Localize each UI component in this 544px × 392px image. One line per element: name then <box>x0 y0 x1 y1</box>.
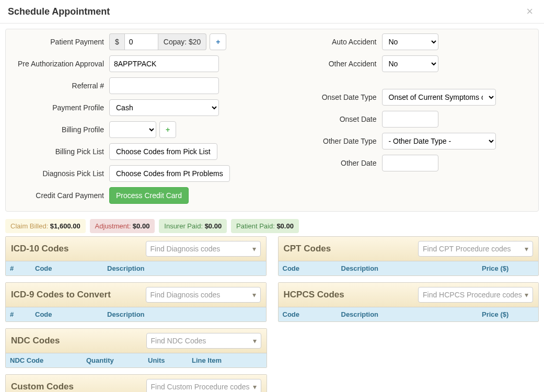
hcpcs-finder[interactable]: Find HCPCS Procedure codes ▾ <box>418 287 533 303</box>
billing-picklist-label: Billing Pick List <box>10 147 109 156</box>
icd9-panel: ICD-9 Codes to Convert Find Diagnosis co… <box>5 282 267 322</box>
custom-title: Custom Codes <box>11 382 74 392</box>
patient-paid-badge: Patient Paid: $0.00 <box>231 219 299 233</box>
col-ndc-code: NDC Code <box>10 356 86 364</box>
diagnosis-picklist-button[interactable]: Choose Codes from Pt Problems <box>109 165 230 182</box>
chevron-down-icon: ▾ <box>253 383 257 391</box>
onset-date-label: Onset Date <box>283 115 382 123</box>
col-line: Line Item <box>192 356 262 364</box>
col-code: Code <box>283 264 341 272</box>
icd10-panel: ICD-10 Codes Find Diagnosis codes ▾ # Co… <box>5 236 267 276</box>
referral-label: Referral # <box>10 82 109 90</box>
icd9-columns: # Code Description <box>6 307 266 321</box>
cpt-panel: CPT Codes Find CPT Procedure codes ▾ Cod… <box>278 236 539 276</box>
col-desc: Description <box>341 264 482 272</box>
process-credit-card-button[interactable]: Process Credit Card <box>109 187 189 204</box>
icd9-finder[interactable]: Find Diagnosis codes ▾ <box>146 287 261 303</box>
billing-picklist-button[interactable]: Choose Codes from Pick List <box>109 143 217 160</box>
add-payment-button[interactable]: + <box>210 33 226 50</box>
col-hash: # <box>10 264 35 272</box>
col-desc: Description <box>107 310 262 318</box>
col-qty: Quantity <box>86 356 148 364</box>
ndc-title: NDC Codes <box>11 336 60 346</box>
other-type-select[interactable]: - Other Date Type - <box>382 133 496 149</box>
custom-panel: Custom Codes Find Custom Procedure codes… <box>5 374 267 392</box>
adjustment-badge: Adjustment: $0.00 <box>90 219 155 233</box>
onset-type-select[interactable]: Onset of Current Symptoms o <box>382 89 496 106</box>
currency-addon: $ <box>109 33 124 50</box>
add-billing-profile-button[interactable]: + <box>159 121 176 138</box>
onset-type-label: Onset Date Type <box>283 93 382 101</box>
col-desc: Description <box>107 264 262 272</box>
chevron-down-icon: ▾ <box>525 291 528 299</box>
chevron-down-icon: ▾ <box>253 337 257 345</box>
diagnosis-picklist-label: Diagnosis Pick List <box>10 169 109 178</box>
referral-input[interactable] <box>109 77 219 94</box>
other-type-label: Other Date Type <box>283 137 382 145</box>
cc-payment-label: Credit Card Payment <box>10 191 109 200</box>
hcpcs-columns: Code Description Price ($) <box>279 307 539 321</box>
ndc-columns: NDC Code Quantity Units Line Item <box>6 353 267 367</box>
ndc-panel: NDC Codes Find NDC Codes ▾ NDC Code Quan… <box>5 328 267 368</box>
hcpcs-panel: HCPCS Codes Find HCPCS Procedure codes ▾… <box>278 282 539 322</box>
hcpcs-finder-placeholder: Find HCPCS Procedure codes <box>423 291 522 299</box>
copay-static: Copay: $20 <box>158 33 207 50</box>
chevron-down-icon: ▾ <box>252 245 256 253</box>
col-price: Price ($) <box>482 310 534 318</box>
preauth-input[interactable] <box>109 55 219 72</box>
other-accident-select[interactable]: No <box>382 55 438 72</box>
claim-billed-badge: Claim Billed: $1,600.00 <box>5 219 86 233</box>
col-desc: Description <box>341 310 482 318</box>
onset-date-input[interactable] <box>382 111 438 128</box>
payment-profile-label: Payment Profile <box>10 103 109 112</box>
appointment-form-panel: Patient Payment $ Copay: $20 + Pre Autho… <box>5 29 539 212</box>
plus-icon: + <box>166 125 170 134</box>
payment-profile-select[interactable]: Cash <box>109 99 219 116</box>
modal-title: Schedule Appointment <box>8 6 110 17</box>
ndc-finder-placeholder: Find NDC Codes <box>151 337 206 345</box>
col-code: Code <box>35 264 107 272</box>
auto-accident-select[interactable]: No <box>382 33 438 50</box>
chevron-down-icon: ▾ <box>525 245 528 253</box>
cpt-title: CPT Codes <box>284 244 331 254</box>
col-price: Price ($) <box>482 264 534 272</box>
close-icon[interactable]: × <box>523 5 536 18</box>
cpt-columns: Code Description Price ($) <box>279 261 539 275</box>
icd9-title: ICD-9 Codes to Convert <box>11 290 111 300</box>
billing-profile-label: Billing Profile <box>10 125 109 134</box>
cpt-finder[interactable]: Find CPT Procedure codes ▾ <box>418 241 533 257</box>
custom-finder-placeholder: Find Custom Procedure codes <box>151 383 250 391</box>
auto-accident-label: Auto Accident <box>283 38 382 46</box>
preauth-label: Pre Authorization Approval <box>10 60 109 68</box>
custom-finder[interactable]: Find Custom Procedure codes ▾ <box>146 379 261 392</box>
patient-payment-label: Patient Payment <box>10 38 109 46</box>
icd9-finder-placeholder: Find Diagnosis codes <box>151 291 221 299</box>
col-hash: # <box>10 310 35 318</box>
cpt-finder-placeholder: Find CPT Procedure codes <box>423 245 511 253</box>
patient-payment-group: $ Copay: $20 <box>109 33 206 50</box>
modal-header: Schedule Appointment × <box>0 0 544 24</box>
other-accident-label: Other Accident <box>283 60 382 68</box>
summary-badges: Claim Billed: $1,600.00 Adjustment: $0.0… <box>5 219 539 233</box>
hcpcs-title: HCPCS Codes <box>284 290 344 300</box>
patient-payment-input[interactable] <box>124 33 158 50</box>
icd10-finder-placeholder: Find Diagnosis codes <box>151 245 221 253</box>
icd10-columns: # Code Description <box>6 261 266 275</box>
chevron-down-icon: ▾ <box>252 291 256 299</box>
icd10-finder[interactable]: Find Diagnosis codes ▾ <box>146 241 261 257</box>
insurer-paid-badge: Insurer Paid: $0.00 <box>159 219 227 233</box>
ndc-finder[interactable]: Find NDC Codes ▾ <box>146 333 261 349</box>
billing-profile-select[interactable] <box>109 121 156 138</box>
col-units: Units <box>148 356 192 364</box>
col-code: Code <box>283 310 341 318</box>
plus-icon: + <box>216 38 220 46</box>
icd10-title: ICD-10 Codes <box>11 244 69 254</box>
other-date-label: Other Date <box>283 159 382 167</box>
other-date-input[interactable] <box>382 155 438 171</box>
col-code: Code <box>35 310 107 318</box>
